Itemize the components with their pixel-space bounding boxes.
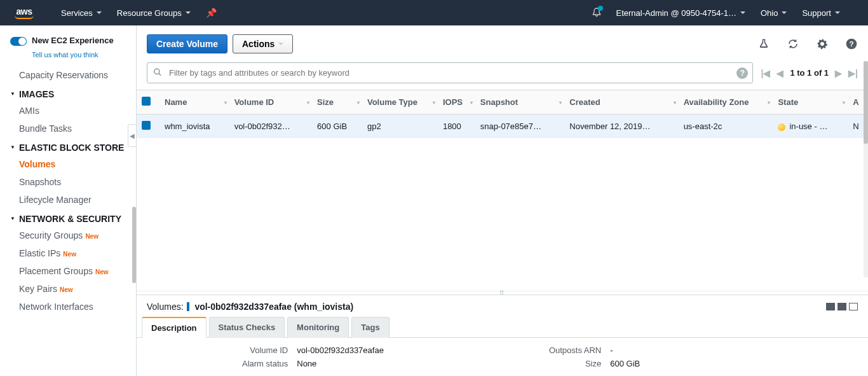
new-experience-label: New EC2 Experience [32, 36, 114, 45]
kv-key-size: Size [549, 359, 601, 368]
sidebar-item-key-pairs[interactable]: Key PairsNew [0, 280, 136, 298]
new-experience-toggle[interactable] [10, 37, 27, 46]
tab-tags[interactable]: Tags [351, 317, 389, 338]
experiment-icon[interactable] [757, 38, 770, 50]
cell-created: November 12, 2019… [564, 115, 678, 139]
cell-volume-type: gp2 [362, 115, 438, 139]
row-checkbox[interactable] [142, 121, 151, 130]
sidebar-item-security-groups[interactable]: Security GroupsNew [0, 226, 136, 244]
sidebar-item-snapshots[interactable]: Snapshots [0, 173, 136, 191]
detail-label: Volumes: [147, 302, 184, 312]
kv-key-volume-id: Volume ID [242, 345, 288, 355]
resource-groups-label: Resource Groups [117, 8, 182, 18]
kv-key-alarm-status: Alarm status [242, 359, 288, 368]
view-layout-3[interactable] [849, 303, 858, 310]
kv-val-alarm-status: None [297, 359, 384, 368]
chevron-down-icon [278, 43, 283, 45]
chevron-left-icon: ◀ [130, 132, 135, 139]
col-state[interactable]: State▾ [773, 90, 848, 115]
notifications-icon[interactable] [592, 7, 602, 19]
cell-availability-zone: us-east-2c [679, 115, 773, 139]
sidebar-item-amis[interactable]: AMIs [0, 102, 136, 120]
view-layout-1[interactable] [826, 303, 835, 310]
sidebar-item-volumes[interactable]: Volumes [0, 155, 136, 173]
sidebar-item-lifecycle-manager[interactable]: Lifecycle Manager [0, 191, 136, 209]
services-menu[interactable]: Services [61, 8, 102, 18]
resource-groups-menu[interactable]: Resource Groups [117, 8, 191, 18]
feedback-link[interactable]: Tell us what you think [0, 51, 136, 66]
help-icon[interactable]: ? [845, 38, 858, 50]
sidebar-item-bundle-tasks[interactable]: Bundle Tasks [0, 120, 136, 137]
create-volume-button[interactable]: Create Volume [147, 34, 227, 53]
state-bar-icon [187, 302, 189, 311]
actions-label: Actions [242, 39, 275, 49]
cell-snapshot: snap-07e85e7… [475, 115, 564, 139]
sidebar-collapse-handle[interactable]: ◀ [128, 124, 137, 147]
table-row[interactable]: whm_iovista vol-0b02f932… 600 GiB gp2 18… [137, 115, 868, 139]
gear-icon[interactable] [816, 38, 829, 50]
cell-volume-id: vol-0b02f932… [229, 115, 312, 139]
kv-val-volume-id: vol-0b02f932d337eafae [297, 345, 384, 355]
svg-point-2 [154, 69, 159, 74]
state-icon [778, 123, 785, 131]
select-all-checkbox[interactable] [142, 97, 151, 106]
account-menu[interactable]: Eternal-Admin @ 0950-4754-1… [616, 8, 745, 18]
detail-title: vol-0b02f932d337eafae (whm_iovista) [194, 302, 353, 312]
cell-size: 600 GiB [312, 115, 362, 139]
aws-logo[interactable]: aws [13, 6, 36, 20]
sidebar-item-placement-groups[interactable]: Placement GroupsNew [0, 262, 136, 280]
cell-iops: 1800 [438, 115, 475, 139]
col-snapshot[interactable]: Snapshot▾ [475, 90, 564, 115]
pagination: |◀ ◀ 1 to 1 of 1 ▶ ▶| [761, 68, 858, 78]
cell-name: whm_iovista [159, 115, 229, 139]
col-iops[interactable]: IOPS▾ [438, 90, 475, 115]
col-name[interactable]: Name▾ [159, 90, 229, 115]
page-last-icon[interactable]: ▶| [848, 68, 858, 78]
tab-description[interactable]: Description [142, 317, 207, 338]
sidebar-scrollbar[interactable] [132, 207, 136, 283]
support-label: Support [802, 8, 831, 18]
sidebar-item-elastic-ips[interactable]: Elastic IPsNew [0, 244, 136, 262]
sidebar-item-network-interfaces[interactable]: Network Interfaces [0, 298, 136, 316]
sidebar-header-ebs[interactable]: Elastic Block Store [0, 137, 136, 155]
cell-state: in-use - … [773, 115, 848, 139]
col-size[interactable]: Size▾ [312, 90, 362, 115]
services-label: Services [61, 8, 93, 18]
sidebar-item-capacity-reservations[interactable]: Capacity Reservations [0, 66, 136, 84]
search-input[interactable] [147, 62, 753, 83]
sidebar: New EC2 Experience Tell us what you thin… [0, 25, 137, 376]
search-icon [153, 67, 162, 78]
tab-status-checks[interactable]: Status Checks [209, 317, 285, 338]
region-menu[interactable]: Ohio [761, 8, 787, 18]
refresh-icon[interactable] [787, 38, 799, 50]
content-scrollbar[interactable] [864, 61, 868, 277]
kv-val-outposts-arn: - [610, 345, 640, 355]
support-menu[interactable]: Support [802, 8, 840, 18]
volumes-table: Name▾ Volume ID▾ Size▾ Volume Type▾ IOPS… [137, 90, 868, 291]
detail-pane: Volumes: vol-0b02f932d337eafae (whm_iovi… [137, 295, 868, 376]
page-first-icon[interactable]: |◀ [761, 68, 770, 78]
pin-icon[interactable]: 📌 [206, 8, 217, 18]
sidebar-header-network-security[interactable]: Network & Security [0, 209, 136, 226]
page-next-icon[interactable]: ▶ [835, 68, 842, 78]
actions-button[interactable]: Actions [233, 34, 293, 53]
col-volume-id[interactable]: Volume ID▾ [229, 90, 312, 115]
page-info: 1 to 1 of 1 [790, 68, 829, 78]
kv-val-size: 600 GiB [610, 359, 640, 368]
col-availability-zone[interactable]: Availability Zone▾ [679, 90, 773, 115]
kv-key-outposts-arn: Outposts ARN [549, 345, 601, 355]
view-layout-2[interactable] [837, 303, 846, 310]
region-label: Ohio [761, 8, 778, 18]
tab-monitoring[interactable]: Monitoring [287, 317, 349, 338]
main-content: Create Volume Actions ? [137, 25, 868, 376]
page-prev-icon[interactable]: ◀ [776, 68, 783, 78]
account-label: Eternal-Admin @ 0950-4754-1… [616, 8, 736, 18]
sidebar-header-images[interactable]: Images [0, 84, 136, 102]
col-volume-type[interactable]: Volume Type▾ [362, 90, 438, 115]
search-help-icon[interactable]: ? [736, 67, 748, 79]
col-created[interactable]: Created▾ [564, 90, 678, 115]
svg-text:?: ? [849, 39, 853, 48]
top-navigation: aws Services Resource Groups 📌 Eternal-A… [0, 0, 868, 25]
